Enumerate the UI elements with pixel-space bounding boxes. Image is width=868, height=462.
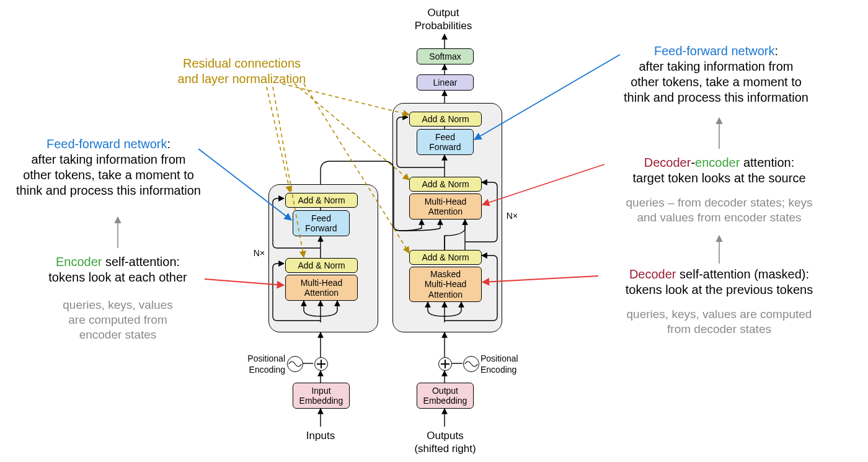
enc-feed-forward: FeedForward	[293, 210, 350, 236]
annot-residual: Residual connectionsand layer normalizat…	[161, 56, 322, 87]
dec-nx: N×	[504, 211, 520, 222]
annot-decenc: Decoder-encoder attention: target token …	[604, 155, 834, 186]
dec-pe-add	[438, 357, 452, 371]
annot-enc-sa-gray: queries, keys, values are computed from …	[50, 298, 186, 342]
dec-pe-icon	[463, 356, 479, 372]
enc-pe-add	[314, 357, 328, 371]
softmax-block: Softmax	[417, 48, 474, 64]
linear-block: Linear	[417, 74, 474, 91]
dec-encdec-attention: Multi-HeadAttention	[409, 193, 482, 220]
annot-ffn-right: Feed-forward network: after taking infor…	[617, 43, 815, 105]
annot-dec-sa-gray: queries, keys, values are computed from …	[604, 307, 834, 337]
annot-dec-sa: Decoder self-attention (masked): tokens …	[595, 267, 843, 298]
enc-attention: Multi-HeadAttention	[285, 275, 358, 301]
dec-feed-forward: FeedForward	[417, 129, 474, 155]
annot-decenc-gray: queries – from decoder states; keys and …	[604, 195, 834, 225]
input-embedding: InputEmbedding	[293, 383, 350, 409]
svg-line-20	[267, 87, 290, 192]
output-embedding: OutputEmbedding	[417, 383, 474, 409]
enc-nx: N×	[251, 248, 267, 259]
svg-line-22	[282, 84, 409, 115]
inputs-label: Inputs	[293, 429, 348, 442]
transformer-diagram: { "top": { "out_prob_l1":"Output", "out_…	[0, 0, 868, 462]
dec-masked-attention: MaskedMulti-HeadAttention	[409, 267, 482, 302]
dec-addnorm-1: Add & Norm	[409, 250, 482, 265]
annot-enc-sa: Encoder self-attention: tokens look at e…	[31, 254, 205, 285]
output-probabilities-label: OutputProbabilities	[397, 6, 490, 33]
dec-addnorm-3: Add & Norm	[409, 112, 482, 127]
annot-ffn-left: Feed-forward network: after taking infor…	[16, 136, 202, 198]
dec-pe-label: PositionalEncoding	[480, 353, 529, 375]
enc-addnorm-1: Add & Norm	[285, 258, 358, 273]
enc-pe-icon	[287, 356, 303, 372]
enc-addnorm-2: Add & Norm	[285, 193, 358, 208]
enc-pe-label: PositionalEncoding	[237, 353, 285, 375]
dec-addnorm-2: Add & Norm	[409, 177, 482, 192]
outputs-label: Outputs(shifted right)	[402, 429, 489, 456]
